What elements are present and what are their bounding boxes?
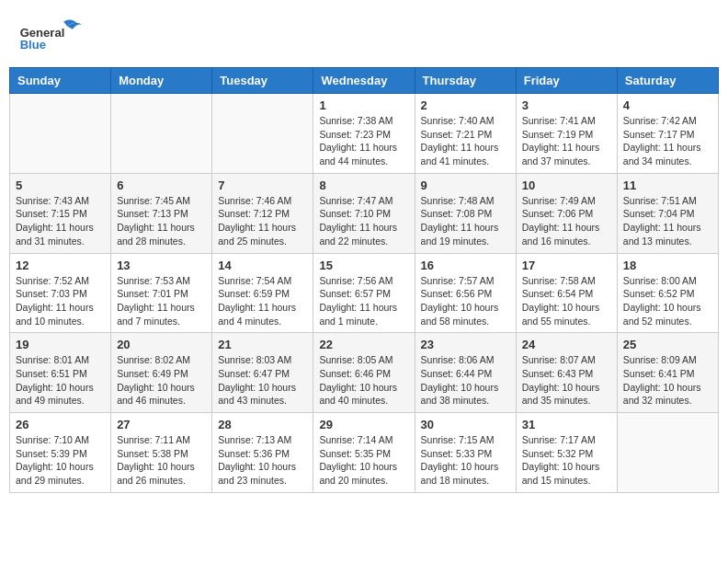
calendar-week-5: 26Sunrise: 7:10 AM Sunset: 5:39 PM Dayli… <box>10 413 719 493</box>
day-info: Sunrise: 7:54 AM Sunset: 6:59 PM Dayligh… <box>218 274 307 328</box>
day-number: 23 <box>421 338 510 351</box>
calendar-cell: 24Sunrise: 8:07 AM Sunset: 6:43 PM Dayli… <box>516 333 617 413</box>
day-number: 1 <box>319 98 408 112</box>
calendar-cell: 23Sunrise: 8:06 AM Sunset: 6:44 PM Dayli… <box>415 333 516 413</box>
day-number: 21 <box>218 338 307 351</box>
calendar-cell: 29Sunrise: 7:14 AM Sunset: 5:35 PM Dayli… <box>313 413 415 493</box>
day-info: Sunrise: 7:53 AM Sunset: 7:01 PM Dayligh… <box>117 274 206 328</box>
day-number: 12 <box>16 259 105 272</box>
day-number: 30 <box>421 418 510 431</box>
day-number: 2 <box>421 98 510 112</box>
day-number: 9 <box>421 178 510 192</box>
day-number: 10 <box>522 178 611 192</box>
calendar-cell <box>10 94 111 174</box>
day-info: Sunrise: 7:52 AM Sunset: 7:03 PM Dayligh… <box>16 274 105 328</box>
day-info: Sunrise: 7:11 AM Sunset: 5:38 PM Dayligh… <box>117 433 206 488</box>
day-info: Sunrise: 7:47 AM Sunset: 7:10 PM Dayligh… <box>319 194 408 248</box>
day-info: Sunrise: 7:10 AM Sunset: 5:39 PM Dayligh… <box>16 433 105 488</box>
calendar-cell: 26Sunrise: 7:10 AM Sunset: 5:39 PM Dayli… <box>10 413 111 493</box>
calendar-cell: 2Sunrise: 7:40 AM Sunset: 7:21 PM Daylig… <box>415 94 516 174</box>
calendar-cell: 16Sunrise: 7:57 AM Sunset: 6:56 PM Dayli… <box>415 253 516 333</box>
calendar-cell: 13Sunrise: 7:53 AM Sunset: 7:01 PM Dayli… <box>111 253 212 333</box>
day-number: 24 <box>522 338 611 351</box>
logo-svg: General Blue <box>18 14 101 55</box>
day-number: 29 <box>319 418 408 431</box>
weekday-header-row: SundayMondayTuesdayWednesdayThursdayFrid… <box>10 68 719 94</box>
day-info: Sunrise: 7:17 AM Sunset: 5:32 PM Dayligh… <box>522 433 611 488</box>
day-info: Sunrise: 7:51 AM Sunset: 7:04 PM Dayligh… <box>623 194 712 248</box>
calendar-week-3: 12Sunrise: 7:52 AM Sunset: 7:03 PM Dayli… <box>10 253 719 333</box>
weekday-header-monday: Monday <box>111 68 212 94</box>
calendar-cell: 8Sunrise: 7:47 AM Sunset: 7:10 PM Daylig… <box>313 173 415 253</box>
calendar-cell: 1Sunrise: 7:38 AM Sunset: 7:23 PM Daylig… <box>313 94 415 174</box>
calendar-week-2: 5Sunrise: 7:43 AM Sunset: 7:15 PM Daylig… <box>10 173 719 253</box>
calendar-cell <box>111 94 212 174</box>
day-number: 19 <box>16 338 105 351</box>
calendar-table: SundayMondayTuesdayWednesdayThursdayFrid… <box>9 67 719 493</box>
calendar-cell: 7Sunrise: 7:46 AM Sunset: 7:12 PM Daylig… <box>212 173 313 253</box>
day-info: Sunrise: 8:06 AM Sunset: 6:44 PM Dayligh… <box>421 353 510 408</box>
calendar-cell: 31Sunrise: 7:17 AM Sunset: 5:32 PM Dayli… <box>516 413 617 493</box>
day-number: 3 <box>522 98 611 112</box>
calendar-cell: 28Sunrise: 7:13 AM Sunset: 5:36 PM Dayli… <box>212 413 313 493</box>
calendar-cell: 9Sunrise: 7:48 AM Sunset: 7:08 PM Daylig… <box>415 173 516 253</box>
day-info: Sunrise: 7:49 AM Sunset: 7:06 PM Dayligh… <box>522 194 611 248</box>
day-info: Sunrise: 7:42 AM Sunset: 7:17 PM Dayligh… <box>623 114 712 168</box>
day-number: 17 <box>522 259 611 272</box>
day-info: Sunrise: 8:03 AM Sunset: 6:47 PM Dayligh… <box>218 353 307 408</box>
day-info: Sunrise: 7:43 AM Sunset: 7:15 PM Dayligh… <box>16 194 105 248</box>
calendar-cell: 12Sunrise: 7:52 AM Sunset: 7:03 PM Dayli… <box>10 253 111 333</box>
calendar-cell: 14Sunrise: 7:54 AM Sunset: 6:59 PM Dayli… <box>212 253 313 333</box>
weekday-header-wednesday: Wednesday <box>313 68 415 94</box>
calendar-cell: 5Sunrise: 7:43 AM Sunset: 7:15 PM Daylig… <box>10 173 111 253</box>
day-info: Sunrise: 8:00 AM Sunset: 6:52 PM Dayligh… <box>623 274 712 328</box>
day-info: Sunrise: 7:57 AM Sunset: 6:56 PM Dayligh… <box>421 274 510 328</box>
day-info: Sunrise: 7:14 AM Sunset: 5:35 PM Dayligh… <box>319 433 408 488</box>
calendar-cell: 10Sunrise: 7:49 AM Sunset: 7:06 PM Dayli… <box>516 173 617 253</box>
day-info: Sunrise: 8:01 AM Sunset: 6:51 PM Dayligh… <box>16 353 105 408</box>
day-number: 13 <box>117 259 206 272</box>
weekday-header-tuesday: Tuesday <box>212 68 313 94</box>
day-number: 14 <box>218 259 307 272</box>
day-info: Sunrise: 7:41 AM Sunset: 7:19 PM Dayligh… <box>522 114 611 168</box>
day-info: Sunrise: 7:38 AM Sunset: 7:23 PM Dayligh… <box>319 114 408 168</box>
day-number: 7 <box>218 178 307 192</box>
day-number: 6 <box>117 178 206 192</box>
day-info: Sunrise: 7:45 AM Sunset: 7:13 PM Dayligh… <box>117 194 206 248</box>
svg-text:Blue: Blue <box>20 38 46 52</box>
calendar-cell: 11Sunrise: 7:51 AM Sunset: 7:04 PM Dayli… <box>617 173 718 253</box>
weekday-header-friday: Friday <box>516 68 617 94</box>
day-number: 22 <box>319 338 408 351</box>
day-number: 31 <box>522 418 611 431</box>
day-info: Sunrise: 7:56 AM Sunset: 6:57 PM Dayligh… <box>319 274 408 328</box>
day-number: 4 <box>623 98 712 112</box>
weekday-header-thursday: Thursday <box>415 68 516 94</box>
day-info: Sunrise: 7:48 AM Sunset: 7:08 PM Dayligh… <box>421 194 510 248</box>
weekday-header-saturday: Saturday <box>617 68 718 94</box>
day-info: Sunrise: 7:15 AM Sunset: 5:33 PM Dayligh… <box>421 433 510 488</box>
calendar-week-4: 19Sunrise: 8:01 AM Sunset: 6:51 PM Dayli… <box>10 333 719 413</box>
calendar-cell <box>617 413 718 493</box>
calendar-cell: 30Sunrise: 7:15 AM Sunset: 5:33 PM Dayli… <box>415 413 516 493</box>
calendar-cell: 25Sunrise: 8:09 AM Sunset: 6:41 PM Dayli… <box>617 333 718 413</box>
calendar-cell: 17Sunrise: 7:58 AM Sunset: 6:54 PM Dayli… <box>516 253 617 333</box>
calendar-cell: 22Sunrise: 8:05 AM Sunset: 6:46 PM Dayli… <box>313 333 415 413</box>
day-info: Sunrise: 8:05 AM Sunset: 6:46 PM Dayligh… <box>319 353 408 408</box>
day-number: 18 <box>623 259 712 272</box>
calendar-cell: 27Sunrise: 7:11 AM Sunset: 5:38 PM Dayli… <box>111 413 212 493</box>
day-info: Sunrise: 8:07 AM Sunset: 6:43 PM Dayligh… <box>522 353 611 408</box>
day-info: Sunrise: 8:02 AM Sunset: 6:49 PM Dayligh… <box>117 353 206 408</box>
day-number: 25 <box>623 338 712 351</box>
calendar-cell: 6Sunrise: 7:45 AM Sunset: 7:13 PM Daylig… <box>111 173 212 253</box>
day-number: 16 <box>421 259 510 272</box>
day-number: 20 <box>117 338 206 351</box>
day-number: 8 <box>319 178 408 192</box>
day-number: 26 <box>16 418 105 431</box>
weekday-header-sunday: Sunday <box>10 68 111 94</box>
day-info: Sunrise: 7:46 AM Sunset: 7:12 PM Dayligh… <box>218 194 307 248</box>
day-number: 27 <box>117 418 206 431</box>
logo: General Blue <box>18 14 101 55</box>
day-info: Sunrise: 8:09 AM Sunset: 6:41 PM Dayligh… <box>623 353 712 408</box>
calendar-cell: 19Sunrise: 8:01 AM Sunset: 6:51 PM Dayli… <box>10 333 111 413</box>
calendar-week-1: 1Sunrise: 7:38 AM Sunset: 7:23 PM Daylig… <box>10 94 719 174</box>
